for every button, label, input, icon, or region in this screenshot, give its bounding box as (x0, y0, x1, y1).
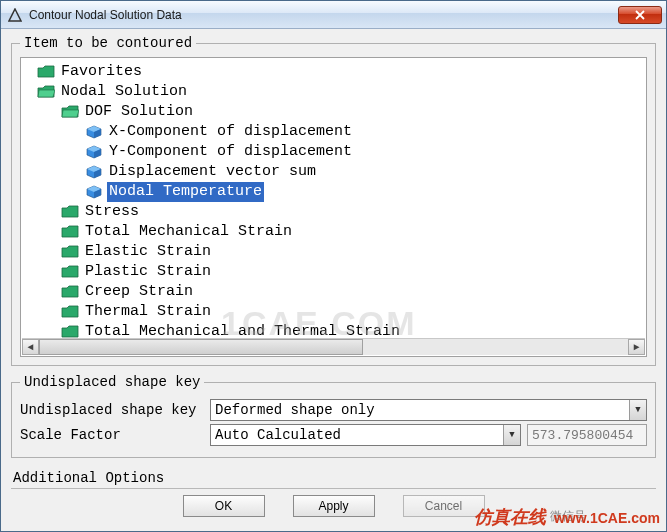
tree-item[interactable]: Favorites (25, 62, 644, 82)
cube-icon (85, 144, 103, 160)
cancel-label: Cancel (425, 499, 462, 513)
group-item-legend: Item to be contoured (20, 35, 196, 51)
tree-item[interactable]: Thermal Strain (25, 302, 644, 322)
scale-factor-value: Auto Calculated (215, 427, 341, 443)
scroll-right-button[interactable]: ► (628, 339, 645, 355)
chevron-down-icon[interactable]: ▼ (503, 425, 520, 445)
scale-factor-label: Scale Factor (20, 427, 210, 443)
tree-item-label: Elastic Strain (83, 242, 213, 262)
folder-icon (61, 304, 79, 320)
scale-factor-combo[interactable]: Auto Calculated ▼ (210, 424, 521, 446)
additional-options-header[interactable]: Additional Options (11, 466, 656, 489)
apply-label: Apply (318, 499, 348, 513)
chevron-down-icon[interactable]: ▼ (629, 400, 646, 420)
tree-item-label: Plastic Strain (83, 262, 213, 282)
folder-icon (37, 64, 55, 80)
scroll-left-button[interactable]: ◄ (22, 339, 39, 355)
tree-item-label: Favorites (59, 62, 144, 82)
tree-view[interactable]: Favorites Nodal Solution DOF Solution X-… (20, 57, 647, 357)
folder-icon (61, 284, 79, 300)
group-item-to-be-contoured: Item to be contoured Favorites Nodal Sol… (11, 35, 656, 366)
scroll-thumb[interactable] (39, 339, 363, 355)
tree-item-label: Nodal Solution (59, 82, 189, 102)
folder-open-icon (37, 84, 55, 100)
folder-icon (61, 224, 79, 240)
tree-item[interactable]: Nodal Solution (25, 82, 644, 102)
folder-icon (61, 204, 79, 220)
undisplaced-shape-label: Undisplaced shape key (20, 402, 210, 418)
tree-item[interactable]: Displacement vector sum (25, 162, 644, 182)
row-scale-factor: Scale Factor Auto Calculated ▼ (20, 424, 647, 446)
client-area: Item to be contoured Favorites Nodal Sol… (1, 29, 666, 531)
close-button[interactable] (618, 6, 662, 24)
dialog-buttons: OK Apply Cancel (11, 489, 656, 517)
tree-item-label: Thermal Strain (83, 302, 213, 322)
tree-item[interactable]: X-Component of displacement (25, 122, 644, 142)
undisplaced-shape-value: Deformed shape only (215, 402, 375, 418)
group-shape-legend: Undisplaced shape key (20, 374, 204, 390)
additional-options-label: Additional Options (13, 470, 164, 486)
tree-item[interactable]: DOF Solution (25, 102, 644, 122)
cube-icon (85, 164, 103, 180)
tree-item[interactable]: Total Mechanical Strain (25, 222, 644, 242)
tree-item-label: Stress (83, 202, 141, 222)
tree-item-label: Nodal Temperature (107, 182, 264, 202)
tree-item[interactable]: Stress (25, 202, 644, 222)
tree-item[interactable]: Plastic Strain (25, 262, 644, 282)
tree-item-label: Displacement vector sum (107, 162, 318, 182)
app-icon (7, 7, 23, 23)
group-undisplaced-shape-key: Undisplaced shape key Undisplaced shape … (11, 374, 656, 458)
cube-icon (85, 184, 103, 200)
scroll-track[interactable] (39, 339, 628, 355)
folder-icon (61, 264, 79, 280)
cube-icon (85, 124, 103, 140)
tree-item[interactable]: Y-Component of displacement (25, 142, 644, 162)
ok-label: OK (215, 499, 232, 513)
scale-factor-readonly-field (527, 424, 647, 446)
ok-button[interactable]: OK (183, 495, 265, 517)
horizontal-scrollbar[interactable]: ◄ ► (22, 338, 645, 355)
close-icon (635, 10, 645, 20)
cancel-button[interactable]: Cancel (403, 495, 485, 517)
tree-item[interactable]: Elastic Strain (25, 242, 644, 262)
titlebar: Contour Nodal Solution Data (1, 1, 666, 29)
dialog-window: Contour Nodal Solution Data Item to be c… (0, 0, 667, 532)
window-title: Contour Nodal Solution Data (29, 8, 618, 22)
tree-item-label: Total Mechanical Strain (83, 222, 294, 242)
tree-item-label: Creep Strain (83, 282, 195, 302)
tree-item-label: Y-Component of displacement (107, 142, 354, 162)
tree-item-label: DOF Solution (83, 102, 195, 122)
apply-button[interactable]: Apply (293, 495, 375, 517)
tree-item-label: X-Component of displacement (107, 122, 354, 142)
undisplaced-shape-combo[interactable]: Deformed shape only ▼ (210, 399, 647, 421)
tree-item[interactable]: Nodal Temperature (25, 182, 644, 202)
folder-open-icon (61, 104, 79, 120)
tree-item[interactable]: Creep Strain (25, 282, 644, 302)
row-undisplaced-shape: Undisplaced shape key Deformed shape onl… (20, 399, 647, 421)
folder-icon (61, 244, 79, 260)
